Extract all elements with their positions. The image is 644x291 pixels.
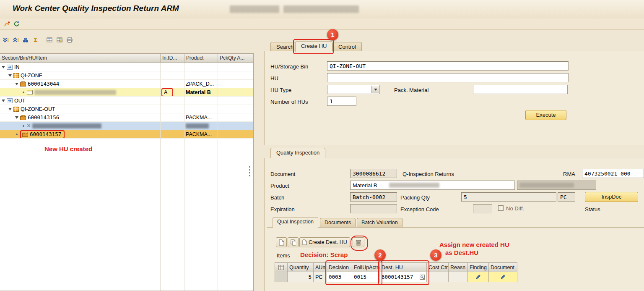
stock-tree-table: Section/Bin/HU/Item In.ID... Product Pck… <box>0 53 254 291</box>
redacted-text <box>32 123 101 128</box>
highlight-box-create-hu-tab <box>293 39 334 54</box>
tab-documents[interactable]: Documents <box>320 218 356 227</box>
layout-button[interactable] <box>45 35 54 45</box>
batch-label: Batch <box>270 194 284 201</box>
rma-input[interactable]: 4073250021-000 <box>582 169 644 178</box>
product-item-icon <box>27 90 33 94</box>
tree-row-hu-6000143157[interactable]: 6000143157 PACKMA... <box>0 130 253 139</box>
pack-material-input[interactable] <box>473 85 568 94</box>
cost-ctr-cell[interactable] <box>427 272 449 282</box>
sap-work-center-window: Work Center Quality Inspection Return AR… <box>0 0 644 291</box>
tree-node-label: QI-ZONE <box>21 73 42 79</box>
packing-qty-label: Packing Qty <box>400 194 430 201</box>
tree-row-bin-qi-zone-out[interactable]: QI-ZONE-OUT <box>0 105 253 113</box>
refresh-button[interactable] <box>12 19 21 29</box>
column-header[interactable]: Finding <box>468 263 489 272</box>
hu-input[interactable] <box>327 73 569 82</box>
annotation-decision-scrap: Decision: Scrap <box>300 251 348 258</box>
handling-unit-icon <box>20 81 26 87</box>
tree-column-header[interactable]: PckQty A... <box>218 54 253 63</box>
annotation-badge-2: 2 <box>374 249 386 261</box>
find-button[interactable] <box>21 35 30 45</box>
tree-node-label: 6000143156 <box>28 114 59 121</box>
reasn-cell[interactable] <box>449 272 468 282</box>
handling-unit-icon <box>22 132 28 137</box>
tree-row-inspection-item[interactable]: A Material B <box>0 88 253 97</box>
new-item-button[interactable] <box>276 237 287 247</box>
tree-row-section-out[interactable]: OUT <box>0 97 253 105</box>
sum-button[interactable]: Σ <box>31 35 40 45</box>
no-diff-checkbox[interactable] <box>498 205 504 211</box>
expander-icon[interactable] <box>8 74 12 77</box>
column-header[interactable]: Cost Ctr <box>427 263 449 272</box>
annotation-badge-1: 1 <box>327 29 338 40</box>
annotation-assign-line2: as Dest.HU <box>445 249 478 256</box>
tree-node-label: OUT <box>14 98 25 104</box>
layout-settings-button[interactable] <box>55 35 64 45</box>
print-button[interactable] <box>65 35 74 45</box>
sort-ascending-button[interactable] <box>11 35 20 45</box>
product-label: Product <box>270 183 289 189</box>
column-header[interactable]: Reasn <box>449 263 468 272</box>
tab-qual-inspection[interactable]: Qual.Inspection <box>273 217 318 228</box>
column-header[interactable]: Document <box>489 263 517 272</box>
tree-row-deleted-item[interactable]: ✕ <box>0 122 253 130</box>
highlight-box-trash <box>351 236 368 251</box>
no-diff-label: No Diff. <box>506 205 524 212</box>
tree-row-section-in[interactable]: IN <box>0 63 253 71</box>
sort-ascending-icon <box>12 37 19 43</box>
new-document-icon <box>302 239 307 245</box>
product-input[interactable]: Material B <box>350 181 515 190</box>
tree-node-label: 6000143157 <box>30 131 61 137</box>
product-cell: ZPACK_D... <box>186 81 214 87</box>
tree-header-row: Section/Bin/HU/Item In.ID... Product Pck… <box>0 54 253 63</box>
tree-column-header[interactable]: Product <box>184 54 218 63</box>
storage-section-icon <box>7 98 13 103</box>
tree-row-hu-6000143044[interactable]: 6000143044 ZPACK_D... <box>0 80 253 88</box>
leaf-bullet-icon <box>23 125 24 127</box>
tab-quality-inspection[interactable]: Quality Inspection <box>270 148 325 158</box>
tree-node-label: QI-ZONE-OUT <box>21 106 55 112</box>
exception-code-input[interactable] <box>473 204 492 213</box>
sort-descending-button[interactable] <box>1 35 10 45</box>
execute-button[interactable]: Execute <box>525 110 566 120</box>
hu-storage-bin-input[interactable]: QI-ZONE-OUT <box>327 61 569 71</box>
tab-batch-valuation[interactable]: Batch Valuation <box>357 218 402 227</box>
column-header[interactable]: Quantity <box>288 263 314 272</box>
tree-node-label: IN <box>14 64 20 70</box>
storage-section-icon <box>7 65 13 70</box>
finding-cell[interactable] <box>468 272 489 282</box>
document-cell[interactable] <box>489 272 517 282</box>
inspdoc-button[interactable]: InspDoc <box>585 192 638 202</box>
table-selection-header[interactable] <box>275 263 288 272</box>
find-icon <box>22 37 29 43</box>
expander-icon[interactable] <box>8 108 12 110</box>
expander-icon[interactable] <box>2 100 5 102</box>
tree-toolbar: Σ <box>1 35 74 45</box>
page-title: Work Center Quality Inspection Return AR… <box>13 4 179 13</box>
hu-type-select[interactable] <box>327 85 380 94</box>
tree-row-hu-6000143156[interactable]: 6000143156 PACKMA... <box>0 113 253 122</box>
expander-icon[interactable] <box>15 83 18 85</box>
copy-item-button[interactable] <box>288 237 299 247</box>
tree-column-header[interactable]: Section/Bin/HU/Item <box>0 54 161 63</box>
tree-column-header[interactable]: In.ID... <box>161 54 184 63</box>
pencil-icon <box>475 274 481 280</box>
highlight-box-new-hu: 6000143157 <box>20 130 65 139</box>
redacted-text <box>34 90 116 95</box>
tab-control[interactable]: Control <box>332 42 362 51</box>
row-selector-cell[interactable] <box>275 272 288 282</box>
uom-value: PC <box>558 192 575 202</box>
create-dest-hu-button[interactable]: Create Dest. HU <box>299 237 350 247</box>
product-value: Material B <box>353 182 377 189</box>
chevron-down-icon[interactable] <box>371 86 379 93</box>
product-cell: PACKMA... <box>186 115 212 121</box>
quantity-cell: 5 <box>288 272 314 282</box>
expander-icon[interactable] <box>2 66 5 68</box>
tree-row-bin-qi-zone[interactable]: QI-ZONE <box>0 71 253 80</box>
sort-descending-icon <box>2 37 9 43</box>
choose-work-center-button[interactable] <box>3 19 12 29</box>
number-of-hus-input[interactable]: 1 <box>327 97 356 106</box>
splitter-handle[interactable] <box>248 166 251 176</box>
expander-icon[interactable] <box>15 116 18 119</box>
